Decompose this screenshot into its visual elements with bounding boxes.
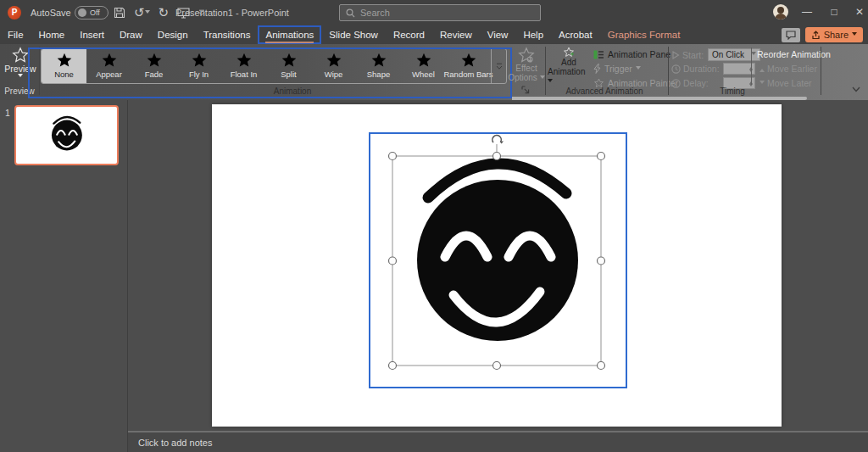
comments-button[interactable] — [782, 28, 800, 42]
star-icon — [370, 52, 387, 69]
notes-pane[interactable]: Click to add notes — [128, 432, 868, 452]
selected-graphic[interactable] — [369, 132, 627, 388]
group-label-timing: Timing — [683, 86, 782, 96]
collapse-ribbon-icon[interactable] — [852, 86, 860, 92]
gallery-item-label: Split — [281, 70, 296, 79]
animation-fade[interactable]: Fade — [131, 49, 176, 83]
animation-none[interactable]: None — [42, 49, 86, 83]
search-icon — [346, 8, 355, 18]
undo-icon[interactable]: ↺ — [134, 3, 150, 22]
gallery-item-label: Wheel — [412, 70, 435, 79]
gallery-item-label: Float In — [231, 70, 258, 79]
star-icon — [281, 52, 298, 69]
tab-draw[interactable]: Draw — [112, 25, 150, 44]
autosave-toggle[interactable]: Off — [75, 6, 108, 20]
star-icon — [191, 52, 208, 69]
slide[interactable] — [212, 104, 782, 427]
tab-slide-show[interactable]: Slide Show — [321, 25, 386, 44]
autosave-state: Off — [90, 8, 100, 17]
share-button[interactable]: Share — [805, 27, 863, 42]
save-icon[interactable] — [114, 7, 125, 19]
animation-wheel[interactable]: Wheel — [401, 49, 446, 83]
tab-review[interactable]: Review — [432, 25, 480, 44]
duration-spinner[interactable] — [723, 63, 755, 75]
effect-options-button[interactable]: Effect Options — [507, 47, 546, 86]
animation-pane-button[interactable]: Animation Pane — [593, 48, 670, 60]
separator — [751, 47, 752, 85]
group-separator — [39, 47, 40, 95]
add-animation-button[interactable]: Add Animation — [548, 47, 590, 86]
tab-record[interactable]: Record — [386, 25, 432, 44]
effect-options-line2: Options — [508, 73, 544, 82]
ribbon: Preview Preview None Appear Fade Fly In — [0, 44, 868, 100]
powerpoint-logo-icon: P — [8, 6, 21, 20]
powerpoint-window: P AutoSave Off ↺ ↻ Presentation1 - Power… — [0, 0, 868, 452]
trigger-lightning-icon — [593, 64, 601, 74]
ribbon-tab-bar: File Home Insert Draw Design Transitions… — [0, 25, 868, 44]
gallery-item-label: Shape — [367, 70, 390, 79]
gallery-item-label: Wipe — [325, 70, 343, 79]
animation-float-in[interactable]: Float In — [221, 49, 266, 83]
group-label-advanced-animation: Advanced Animation — [555, 86, 654, 96]
tab-help[interactable]: Help — [515, 25, 551, 44]
title-bar: P AutoSave Off ↺ ↻ Presentation1 - Power… — [0, 0, 868, 25]
more-icon — [496, 63, 503, 70]
comment-icon — [786, 31, 796, 40]
animation-gallery: None Appear Fade Fly In Float In Split — [41, 48, 507, 84]
gallery-item-label: Fade — [145, 70, 164, 79]
gallery-more-button[interactable] — [491, 49, 506, 83]
preview-button[interactable]: Preview — [4, 47, 36, 86]
animation-fly-in[interactable]: Fly In — [176, 49, 221, 83]
minimize-button[interactable]: — — [795, 0, 819, 24]
share-label: Share — [824, 30, 849, 40]
animation-shape[interactable]: Shape — [356, 49, 401, 83]
start-label: Start: — [682, 50, 704, 60]
maximize-button[interactable]: □ — [822, 0, 846, 24]
chevron-down-icon — [540, 75, 545, 81]
add-animation-icon — [560, 47, 577, 58]
animation-pane-label: Animation Pane — [608, 49, 670, 59]
gallery-item-label: Random Bars — [443, 70, 492, 79]
animation-wipe[interactable]: Wipe — [311, 49, 356, 83]
dialog-launcher-icon[interactable] — [521, 86, 530, 94]
gallery-item-label: Appear — [96, 70, 122, 79]
search-box[interactable] — [339, 4, 541, 21]
tab-file[interactable]: File — [0, 25, 31, 44]
trigger-button[interactable]: Trigger — [593, 63, 641, 75]
tab-animations[interactable]: Animations — [258, 25, 321, 44]
tab-insert[interactable]: Insert — [72, 25, 112, 44]
angel-smiley-thumbnail — [42, 111, 92, 159]
rotate-handle-icon — [492, 136, 504, 144]
start-dropdown[interactable]: On Click — [708, 48, 760, 61]
play-icon — [671, 51, 680, 59]
tab-design[interactable]: Design — [150, 25, 196, 44]
slide-canvas-area — [128, 100, 868, 452]
slide-thumbnail[interactable] — [14, 105, 119, 165]
gallery-item-label: None — [54, 70, 74, 79]
group-label-preview: Preview — [0, 86, 39, 96]
close-button[interactable]: ✕ — [848, 0, 868, 24]
star-icon — [415, 52, 432, 69]
search-input[interactable] — [360, 8, 521, 18]
clock-icon — [671, 64, 681, 74]
add-animation-line2: Animation — [548, 67, 590, 86]
tab-home[interactable]: Home — [31, 25, 73, 44]
animation-appear[interactable]: Appear — [86, 49, 131, 83]
tab-view[interactable]: View — [480, 25, 516, 44]
tab-acrobat[interactable]: Acrobat — [551, 25, 600, 44]
chevron-down-icon — [18, 74, 23, 80]
star-icon — [56, 52, 73, 69]
star-icon — [236, 52, 253, 69]
animation-split[interactable]: Split — [266, 49, 311, 83]
move-earlier-button[interactable]: Move Earlier — [760, 64, 817, 74]
user-avatar[interactable] — [773, 4, 788, 20]
chevron-up-icon — [760, 66, 765, 72]
chevron-down-icon — [636, 66, 641, 72]
tab-graphics-format[interactable]: Graphics Format — [600, 25, 688, 44]
reorder-animation-title: Reorder Animation — [757, 49, 831, 59]
tab-animations-label: Animations — [265, 28, 314, 43]
chevron-down-icon — [760, 81, 765, 86]
animation-random-bars[interactable]: Random Bars — [446, 49, 491, 83]
redo-icon[interactable]: ↻ — [159, 3, 170, 22]
tab-transitions[interactable]: Transitions — [196, 25, 259, 44]
